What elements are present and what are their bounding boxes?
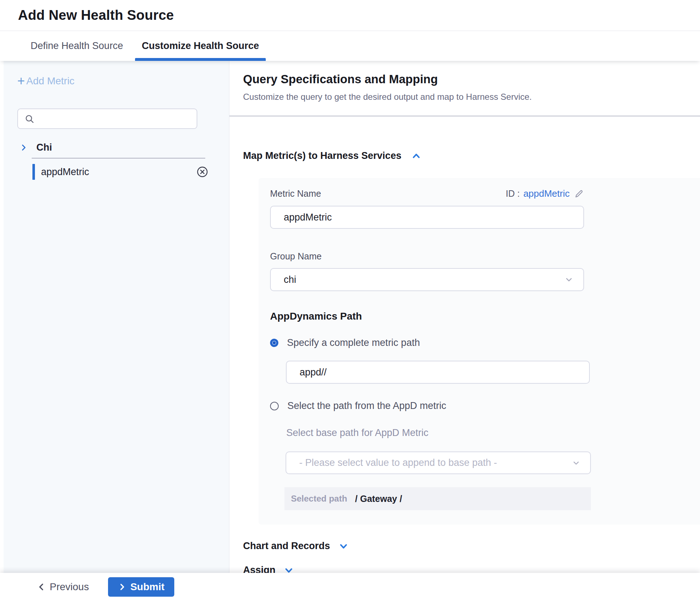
page-title: Add New Health Source (18, 8, 174, 23)
plus-icon: + (17, 76, 25, 86)
panel-divider (229, 116, 700, 116)
tab-define-health-source[interactable]: Define Health Source (24, 31, 130, 61)
base-path-select[interactable]: - Please select value to append to base … (286, 451, 591, 474)
submit-button[interactable]: Submit (108, 577, 174, 597)
edit-pencil-icon[interactable] (574, 189, 584, 199)
id-value-link[interactable]: appdMetric (523, 188, 570, 199)
appdynamics-path-label: AppDynamics Path (270, 311, 700, 322)
chart-and-records-title: Chart and Records (243, 540, 330, 552)
group-label: Chi (36, 142, 52, 153)
delete-metric-icon[interactable] (196, 166, 208, 178)
metric-item-label: appdMetric (41, 166, 89, 178)
selected-path-display: Selected path / Gateway / (284, 487, 591, 510)
chevron-down-icon[interactable] (283, 565, 294, 573)
assign-title: Assign (243, 565, 275, 573)
search-input[interactable] (39, 113, 190, 124)
chevron-left-icon (37, 582, 46, 592)
base-path-label: Select base path for AppD Metric (286, 427, 700, 438)
metric-name-label: Metric Name (270, 188, 321, 199)
previous-button-label: Previous (50, 581, 89, 593)
map-metrics-section-header[interactable]: Map Metric(s) to Harness Services (243, 150, 422, 161)
metric-mapping-card: Metric Name ID : appdMetric Group Name c… (259, 178, 700, 525)
query-specifications-panel: Query Specifications and Mapping Customi… (229, 61, 700, 573)
radio-complete-metric-path-label[interactable]: Specify a complete metric path (287, 337, 420, 348)
chart-and-records-section-header[interactable]: Chart and Records (243, 540, 349, 552)
previous-button[interactable]: Previous (37, 581, 89, 593)
chevron-down-icon (571, 458, 581, 468)
metric-id-group: ID : appdMetric (506, 188, 584, 199)
left-gutter (0, 61, 4, 573)
chevron-right-icon (118, 583, 126, 591)
complete-metric-path-input[interactable] (286, 361, 590, 384)
panel-heading: Query Specifications and Mapping (243, 72, 700, 87)
tab-bar: Define Health Source Customize Health So… (0, 31, 700, 61)
chevron-up-icon[interactable] (411, 151, 422, 161)
group-name-select[interactable]: chi (270, 268, 584, 291)
add-metric-button[interactable]: + Add Metric (17, 75, 75, 87)
metric-name-input[interactable] (270, 206, 584, 229)
metric-search-box[interactable] (17, 108, 197, 129)
id-label: ID : (506, 188, 520, 199)
tab-customize-health-source[interactable]: Customize Health Source (135, 31, 266, 61)
chevron-down-icon (564, 275, 574, 285)
search-icon (24, 114, 35, 124)
dialog-footer: Previous Submit (0, 573, 700, 601)
chevron-down-icon[interactable] (338, 541, 349, 552)
radio-selected-icon[interactable] (270, 339, 278, 347)
chevron-right-icon[interactable] (19, 143, 28, 152)
base-path-placeholder: - Please select value to append to base … (299, 457, 497, 468)
dialog-header: Add New Health Source (0, 0, 700, 31)
add-metric-label: Add Metric (26, 75, 75, 87)
selected-path-value: / Gateway / (355, 494, 402, 504)
active-metric-indicator (32, 164, 35, 180)
radio-select-path[interactable]: Select the path from the AppD metric (270, 400, 700, 411)
group-divider (32, 158, 205, 159)
panel-subheading: Customize the query to get the desired o… (243, 92, 700, 102)
group-name-label: Group Name (270, 251, 700, 262)
radio-select-path-label[interactable]: Select the path from the AppD metric (287, 400, 446, 411)
sidebar-group-chi[interactable]: Chi (17, 138, 229, 156)
add-health-source-dialog: Add New Health Source Define Health Sour… (0, 0, 700, 601)
sidebar-item-appdmetric[interactable]: appdMetric (17, 161, 229, 182)
selected-path-label: Selected path (291, 494, 347, 504)
map-metrics-section-title: Map Metric(s) to Harness Services (243, 150, 401, 161)
radio-complete-metric-path[interactable]: Specify a complete metric path (270, 337, 700, 348)
group-name-value: chi (284, 274, 296, 285)
submit-button-label: Submit (130, 581, 165, 593)
radio-unselected-icon[interactable] (270, 402, 279, 410)
metrics-sidebar: + Add Metric Chi appdMetric (4, 61, 229, 573)
assign-section-header[interactable]: Assign (243, 565, 294, 573)
